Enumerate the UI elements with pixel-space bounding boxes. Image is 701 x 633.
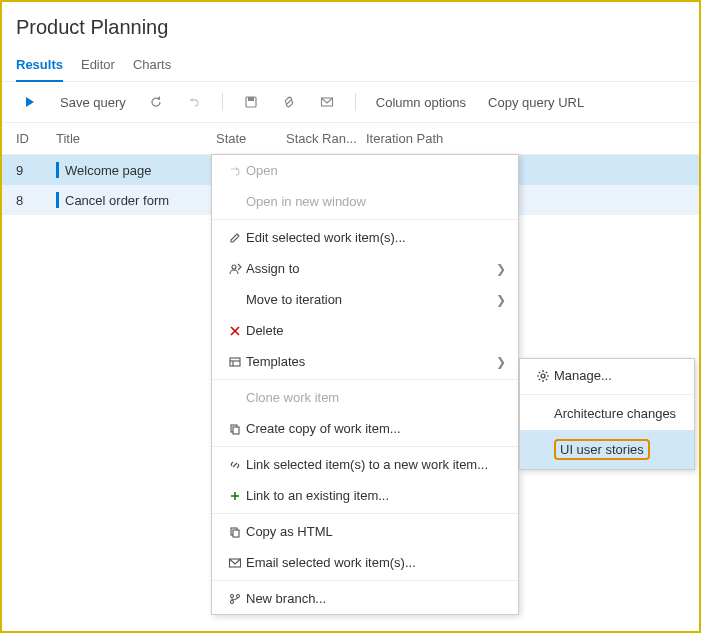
person-icon [224, 262, 246, 276]
undo-button[interactable] [180, 90, 208, 114]
mail-icon [224, 556, 246, 570]
toolbar: Save query [2, 82, 699, 123]
menu-templates[interactable]: Templates ❯ [212, 346, 518, 377]
menu-separator [212, 446, 518, 447]
copy-query-url-button[interactable]: Copy query URL [482, 91, 590, 114]
svg-rect-10 [230, 358, 240, 366]
row-id: 9 [16, 163, 56, 178]
toolbar-separator [222, 93, 223, 111]
menu-label: Move to iteration [246, 292, 496, 307]
menu-label: Link to an existing item... [246, 488, 506, 503]
col-title[interactable]: Title [56, 131, 216, 146]
tabs-bar: Results Editor Charts [2, 47, 699, 82]
copy-html-icon [224, 525, 246, 539]
state-indicator [56, 162, 59, 178]
menu-label: Edit selected work item(s)... [246, 230, 506, 245]
menu-create-copy[interactable]: Create copy of work item... [212, 413, 518, 444]
svg-point-20 [231, 594, 234, 597]
tab-results[interactable]: Results [16, 51, 63, 82]
chevron-right-icon: ❯ [496, 293, 506, 307]
menu-delete[interactable]: Delete [212, 315, 518, 346]
menu-clone[interactable]: Clone work item [212, 382, 518, 413]
column-options-button[interactable]: Column options [370, 91, 472, 114]
row-title-cell: Cancel order form [56, 192, 216, 208]
refresh-icon [148, 94, 164, 110]
state-indicator [56, 192, 59, 208]
row-title[interactable]: Cancel order form [65, 193, 169, 208]
submenu-ui-user-stories[interactable]: UI user stories [520, 430, 694, 469]
app-window: Product Planning Results Editor Charts S… [0, 0, 701, 633]
run-query-button[interactable] [16, 90, 44, 114]
menu-email-selected[interactable]: Email selected work item(s)... [212, 547, 518, 578]
menu-link-existing[interactable]: Link to an existing item... [212, 480, 518, 511]
menu-move-to-iteration[interactable]: Move to iteration ❯ [212, 284, 518, 315]
column-options-label: Column options [376, 95, 466, 110]
save-icon [243, 94, 259, 110]
menu-label: Open in new window [246, 194, 506, 209]
svg-marker-0 [26, 97, 34, 107]
col-id[interactable]: ID [16, 131, 56, 146]
grid-header: ID Title State Stack Ran... Iteration Pa… [2, 123, 699, 155]
undo-icon [186, 94, 202, 110]
menu-label: Assign to [246, 261, 496, 276]
svg-rect-18 [233, 530, 239, 537]
menu-label: Open [246, 163, 506, 178]
menu-separator [212, 219, 518, 220]
gear-icon [532, 369, 554, 383]
template-icon [224, 355, 246, 369]
col-stack-rank[interactable]: Stack Ran... [286, 131, 366, 146]
svg-point-23 [541, 374, 545, 378]
tab-editor[interactable]: Editor [81, 51, 115, 81]
header: Product Planning [2, 2, 699, 47]
toolbar-separator [355, 93, 356, 111]
chevron-right-icon: ❯ [496, 262, 506, 276]
email-button[interactable] [313, 90, 341, 114]
row-title[interactable]: Welcome page [65, 163, 151, 178]
menu-link-new[interactable]: Link selected item(s) to a new work item… [212, 449, 518, 480]
save-items-button[interactable] [237, 90, 265, 114]
menu-label: Delete [246, 323, 506, 338]
menu-open[interactable]: Open [212, 155, 518, 186]
link-new-icon [224, 458, 246, 472]
svg-point-22 [237, 594, 240, 597]
menu-copy-html[interactable]: Copy as HTML [212, 516, 518, 547]
svg-marker-2 [190, 98, 193, 102]
tab-charts[interactable]: Charts [133, 51, 171, 81]
copy-icon [224, 422, 246, 436]
menu-new-branch[interactable]: New branch... [212, 583, 518, 614]
col-state[interactable]: State [216, 131, 286, 146]
delete-icon [224, 324, 246, 338]
submenu-architecture-changes[interactable]: Architecture changes [520, 397, 694, 430]
menu-separator [212, 513, 518, 514]
menu-assign-to[interactable]: Assign to ❯ [212, 253, 518, 284]
submenu-manage[interactable]: Manage... [520, 359, 694, 392]
col-iteration-path[interactable]: Iteration Path [366, 131, 685, 146]
menu-label: Email selected work item(s)... [246, 555, 506, 570]
save-query-label: Save query [60, 95, 126, 110]
svg-rect-4 [248, 97, 254, 101]
submenu-label: Architecture changes [554, 406, 676, 421]
svg-rect-14 [233, 427, 239, 434]
menu-edit-selected[interactable]: Edit selected work item(s)... [212, 222, 518, 253]
menu-open-new-window[interactable]: Open in new window [212, 186, 518, 217]
menu-label: Copy as HTML [246, 524, 506, 539]
menu-label: Create copy of work item... [246, 421, 506, 436]
menu-separator [520, 394, 694, 395]
save-query-button[interactable]: Save query [54, 91, 132, 114]
menu-label: Clone work item [246, 390, 506, 405]
svg-point-21 [231, 600, 234, 603]
chevron-right-icon: ❯ [496, 355, 506, 369]
submenu-label: Manage... [554, 368, 612, 383]
refresh-button[interactable] [142, 90, 170, 114]
submenu-label: UI user stories [554, 439, 650, 460]
menu-label: Link selected item(s) to a new work item… [246, 457, 506, 472]
branch-icon [224, 592, 246, 606]
link-button[interactable] [275, 90, 303, 114]
row-id: 8 [16, 193, 56, 208]
menu-separator [212, 580, 518, 581]
plus-icon [224, 489, 246, 503]
play-icon [22, 94, 38, 110]
menu-label: New branch... [246, 591, 506, 606]
mail-icon [319, 94, 335, 110]
row-title-cell: Welcome page [56, 162, 216, 178]
